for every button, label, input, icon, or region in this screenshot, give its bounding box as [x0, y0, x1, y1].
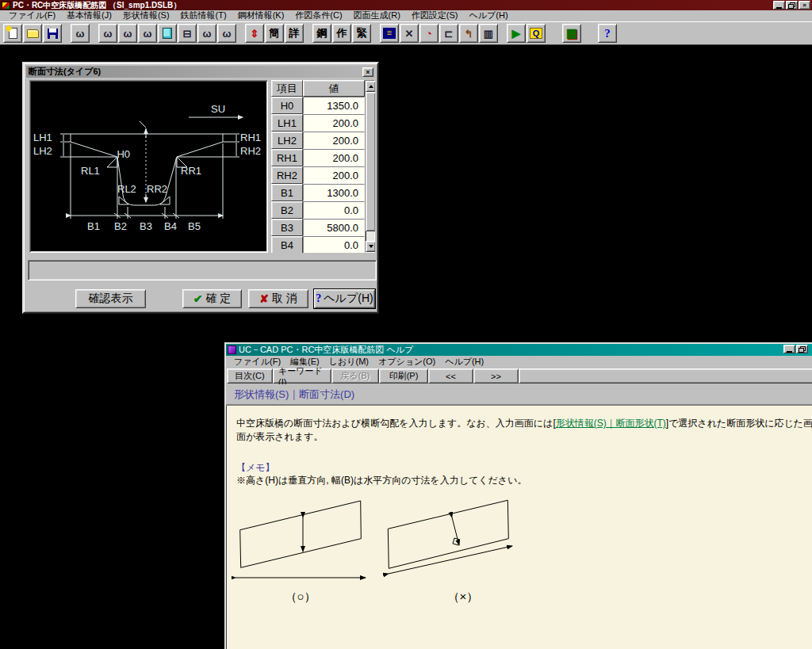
gauge-button[interactable]: ◔	[419, 24, 439, 43]
floppy-icon	[48, 29, 58, 39]
item-cell: RH2	[271, 166, 303, 184]
panel-button[interactable]	[158, 24, 177, 43]
jack-icon: ⇕	[251, 28, 259, 40]
item-cell: RH1	[271, 149, 303, 166]
figure-ng-label: （×）	[448, 590, 479, 603]
preview-button[interactable]: 確認表示	[75, 289, 146, 308]
close-icon[interactable]: ×	[799, 1, 810, 10]
tension-button[interactable]: 緊	[352, 24, 371, 43]
value-cell[interactable]: 0.0	[303, 201, 365, 219]
scrollbar-thumb[interactable]	[366, 92, 375, 231]
scroll-down-icon[interactable]	[366, 241, 375, 252]
layer-lines-button[interactable]: ≡	[380, 24, 399, 43]
dialog-status-strip	[28, 260, 377, 281]
ok-button-label: 確 定	[205, 292, 231, 306]
bridge-section-icon: ω	[104, 28, 113, 40]
print-button[interactable]: 印刷(P)	[379, 368, 428, 384]
value-cell[interactable]: 5800.0	[303, 219, 365, 236]
contents-button[interactable]: 目次(C)	[227, 368, 273, 384]
magnifier-icon: Q	[530, 28, 542, 39]
value-cell[interactable]: 200.0	[303, 166, 365, 184]
redirect-button[interactable]: ↰	[459, 24, 478, 43]
help-window-title: UC－CAD PC・RC中空床版橋配筋図 ヘルプ	[239, 344, 413, 356]
menu-drawing-generate[interactable]: 図面生成(R)	[348, 10, 406, 21]
support-button[interactable]: ⇕	[245, 24, 264, 43]
gauge-icon: ◔	[426, 28, 432, 40]
help-menu-bookmark[interactable]: しおり(M)	[324, 356, 373, 368]
menu-file[interactable]: ファイル(F)	[3, 10, 61, 21]
keyword-button[interactable]: キーワード(I)	[273, 368, 331, 384]
section-dim-button[interactable]: ω	[98, 24, 117, 43]
dialog-close-icon[interactable]: ×	[362, 67, 373, 77]
section-diagram: SU LH1 LH2 RH1 RH2 H0 RL1 RR1 RL2 RR2 B1…	[30, 81, 267, 252]
dialog-help-button[interactable]: ? ヘルプ(H)	[314, 289, 375, 308]
value-cell[interactable]: 200.0	[303, 149, 365, 166]
section-rotate-button[interactable]: ω	[217, 24, 236, 43]
help-minimize-icon[interactable]	[783, 345, 795, 353]
section-diagram-canvas: SU LH1 LH2 RH1 RH2 H0 RL1 RR1 RL2 RR2 B1…	[29, 80, 268, 253]
grid-table-button[interactable]: ▦	[562, 24, 581, 43]
table-row: RH2200.0	[271, 166, 375, 184]
steel-button[interactable]: 鋼	[312, 24, 331, 43]
back-button: 戻る(B)	[331, 368, 379, 384]
menu-rebar-info[interactable]: 鉄筋情報(T)	[175, 10, 232, 21]
help-button[interactable]: ?	[598, 24, 617, 43]
help-topic-heading: 形状情報(S)｜断面寸法(D)	[226, 384, 812, 406]
value-cell[interactable]: 0.0	[303, 236, 365, 253]
help-menu-help[interactable]: ヘルプ(H)	[440, 356, 488, 368]
zoom-button[interactable]: Q	[527, 24, 546, 43]
section-shape-button[interactable]: ω	[118, 24, 137, 43]
prev-topic-button[interactable]: <<	[428, 368, 473, 384]
menu-shape-info[interactable]: 形状情報(S)	[117, 10, 175, 21]
section-overview-button[interactable]: ω	[71, 24, 90, 43]
section-void-button[interactable]: ω	[138, 24, 157, 43]
help-menu-options[interactable]: オプション(O)	[373, 356, 440, 368]
book-button[interactable]: ▥	[479, 24, 498, 43]
menu-steel-info[interactable]: 鋼材情報(K)	[232, 10, 290, 21]
menu-help[interactable]: ヘルプ(H)	[464, 10, 514, 21]
next-topic-button[interactable]: >>	[473, 368, 519, 384]
cancel-button-label: 取 消	[272, 292, 297, 306]
item-cell: LH1	[271, 114, 303, 132]
value-cell[interactable]: 200.0	[303, 132, 365, 149]
table-scrollbar[interactable]	[365, 80, 375, 253]
menu-draw-conditions[interactable]: 作図条件(C)	[289, 10, 347, 21]
main-menubar: ファイル(F) 基本情報(J) 形状情報(S) 鉄筋情報(T) 鋼材情報(K) …	[0, 10, 812, 21]
value-cell[interactable]: 1300.0	[303, 184, 365, 201]
work-button[interactable]: 作	[332, 24, 351, 43]
restore-icon[interactable]	[786, 1, 798, 10]
new-file-button[interactable]	[3, 24, 22, 43]
bridge-section-icon: ω	[223, 28, 232, 40]
dialog-titlebar: 断面寸法(タイプ6) ×	[26, 66, 375, 78]
detail-mode-button[interactable]: 詳	[285, 24, 304, 43]
cancel-button[interactable]: ✘ 取 消	[248, 289, 308, 308]
x-shape-icon: ✕	[405, 28, 414, 40]
ok-button[interactable]: ✔ 確 定	[182, 289, 242, 308]
scroll-up-icon[interactable]	[366, 81, 375, 92]
save-button[interactable]	[43, 24, 62, 43]
play-icon: ▶	[512, 27, 521, 40]
run-button[interactable]: ▶	[507, 24, 526, 43]
minimize-icon[interactable]	[773, 1, 785, 10]
menu-basic-info[interactable]: 基本情報(J)	[61, 10, 117, 21]
label-h0: H0	[117, 148, 130, 160]
cross-section-button[interactable]: ✕	[400, 24, 419, 43]
table-row: B35800.0	[271, 219, 375, 236]
open-file-button[interactable]	[23, 24, 42, 43]
simple-mode-button[interactable]: 簡	[265, 24, 284, 43]
menu-draw-settings[interactable]: 作図設定(S)	[406, 10, 464, 21]
help-restore-icon[interactable]	[796, 345, 808, 353]
label-b3: B3	[140, 220, 152, 232]
help-titlebar: UC－CAD PC・RC中空床版橋配筋図 ヘルプ	[226, 344, 812, 356]
section-edit-button[interactable]: ω	[197, 24, 216, 43]
clamp-icon: ⊏	[445, 28, 454, 40]
value-cell[interactable]: 200.0	[303, 114, 365, 132]
help-menu-file[interactable]: ファイル(F)	[229, 356, 285, 368]
label-rl1: RL1	[81, 165, 100, 177]
table-input-button[interactable]: ⊟	[178, 24, 197, 43]
clamp-button[interactable]: ⊏	[439, 24, 458, 43]
section-shape-link[interactable]: 形状情報(S)｜断面形状(T)	[556, 418, 666, 429]
value-cell[interactable]: 1350.0	[303, 97, 365, 114]
label-rh1: RH1	[240, 132, 261, 143]
open-folder-icon	[27, 29, 39, 38]
